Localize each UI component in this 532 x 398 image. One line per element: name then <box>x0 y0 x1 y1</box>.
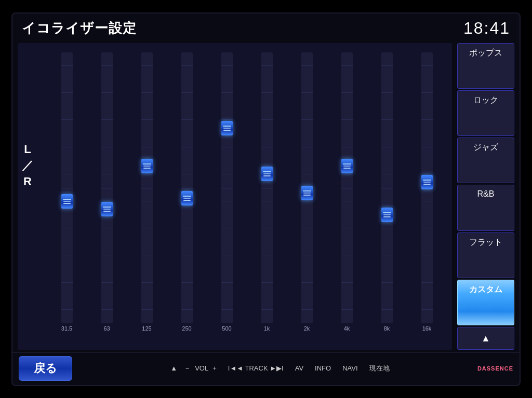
genzaichi-button[interactable]: 現在地 <box>369 364 390 373</box>
track-control[interactable]: I◄◄ TRACK ►▶I <box>228 364 284 372</box>
slider-handle-2k[interactable] <box>301 186 313 200</box>
volume-control: ▲ － VOL + <box>170 364 216 373</box>
sidebar: ポップスロックジャズR&Bフラットカスタム▲ <box>457 43 514 350</box>
preset-btn-custom[interactable]: カスタム <box>457 280 514 325</box>
slider-track-500[interactable] <box>221 52 233 323</box>
slider-handle-125[interactable] <box>141 159 153 173</box>
slider-handle-8k[interactable] <box>381 208 393 222</box>
slider-handle-16k[interactable] <box>421 175 433 189</box>
freq-label-1k: 1k <box>264 325 270 332</box>
top-bar: イコライザー設定 18:41 <box>12 13 520 41</box>
slider-handle-4k[interactable] <box>341 159 353 173</box>
vol-label: VOL <box>195 364 208 372</box>
slider-column-16k: 16k <box>407 52 447 332</box>
slider-column-500: 500 <box>207 52 247 332</box>
slider-track-1k[interactable] <box>261 52 273 323</box>
slider-column-31.5: 31.5 <box>47 52 87 332</box>
freq-label-16k: 16k <box>422 325 432 332</box>
freq-label-250: 250 <box>182 325 191 332</box>
device-frame: イコライザー設定 18:41 L／R 31.5631252505001k2k4k… <box>11 12 521 386</box>
preset-btn-rnb[interactable]: R&B <box>457 185 514 230</box>
freq-label-63: 63 <box>103 325 110 332</box>
slider-column-1k: 1k <box>247 52 287 332</box>
preset-btn-pops[interactable]: ポップス <box>457 43 514 89</box>
slider-column-250: 250 <box>167 52 207 332</box>
slider-handle-63[interactable] <box>101 202 113 216</box>
main-content: L／R 31.5631252505001k2k4k8k16k ポップスロックジャ… <box>12 41 520 352</box>
lr-label: L／R <box>22 142 33 189</box>
freq-label-31.5: 31.5 <box>61 325 72 332</box>
freq-label-4k: 4k <box>344 325 350 332</box>
slider-track-16k[interactable] <box>421 52 433 323</box>
vol-up-icon[interactable]: ▲ <box>170 364 177 372</box>
eq-section: L／R 31.5631252505001k2k4k8k16k <box>18 43 452 350</box>
brand-label: DASSENCE <box>477 365 513 372</box>
page-title: イコライザー設定 <box>22 19 137 37</box>
slider-track-250[interactable] <box>181 52 193 323</box>
slider-handle-1k[interactable] <box>261 167 273 181</box>
info-button[interactable]: INFO <box>315 364 331 372</box>
slider-track-2k[interactable] <box>301 52 313 323</box>
slider-track-4k[interactable] <box>341 52 353 323</box>
freq-label-500: 500 <box>222 325 231 332</box>
vol-plus[interactable]: + <box>212 364 217 372</box>
preset-btn-rock[interactable]: ロック <box>457 90 514 136</box>
up-button[interactable]: ▲ <box>457 327 514 350</box>
preset-btn-jazz[interactable]: ジャズ <box>457 138 514 183</box>
bottom-bar: 戻る ▲ － VOL + I◄◄ TRACK ►▶I AV INFO NAVI … <box>12 352 520 385</box>
slider-handle-500[interactable] <box>221 121 233 135</box>
slider-column-2k: 2k <box>287 52 327 332</box>
slider-column-4k: 4k <box>327 52 367 332</box>
clock-display: 18:41 <box>463 19 510 38</box>
freq-label-125: 125 <box>142 325 151 332</box>
navi-button[interactable]: NAVI <box>342 364 357 372</box>
slider-track-125[interactable] <box>141 52 153 323</box>
freq-label-2k: 2k <box>304 325 310 332</box>
back-button[interactable]: 戻る <box>19 356 72 381</box>
slider-column-8k: 8k <box>367 52 407 332</box>
slider-handle-31.5[interactable] <box>61 194 73 209</box>
preset-btn-flat[interactable]: フラット <box>457 232 514 278</box>
slider-column-125: 125 <box>127 52 167 332</box>
av-button[interactable]: AV <box>295 364 303 372</box>
vol-minus[interactable]: － <box>184 364 191 373</box>
slider-column-63: 63 <box>87 52 127 332</box>
freq-label-8k: 8k <box>384 325 390 332</box>
slider-track-8k[interactable] <box>381 52 393 323</box>
slider-track-31.5[interactable] <box>61 52 73 323</box>
slider-handle-250[interactable] <box>181 191 193 205</box>
sliders-area: 31.5631252505001k2k4k8k16k <box>21 47 449 347</box>
slider-track-63[interactable] <box>101 52 113 323</box>
bottom-controls: ▲ － VOL + I◄◄ TRACK ►▶I AV INFO NAVI 現在地 <box>72 364 477 373</box>
